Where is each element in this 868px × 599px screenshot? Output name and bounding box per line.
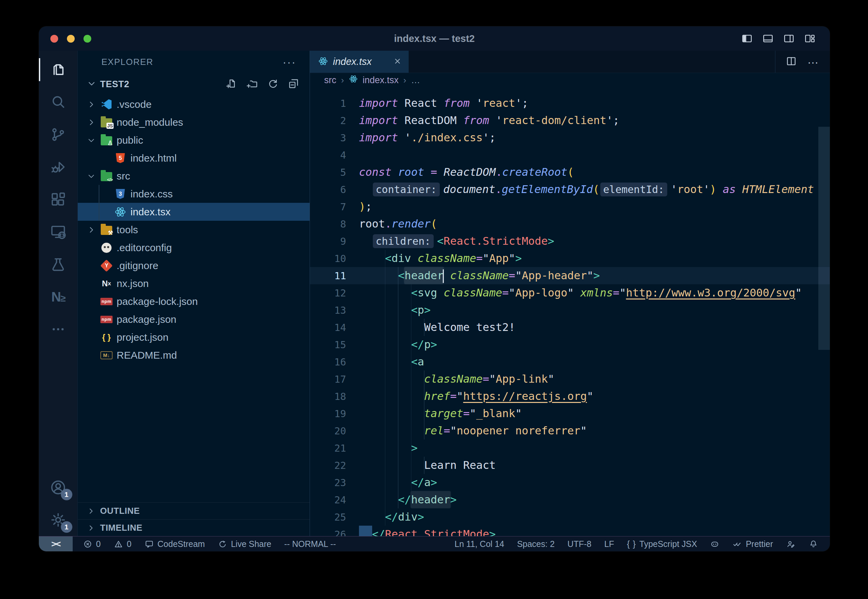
status-encoding[interactable]: UTF-8: [567, 539, 591, 549]
status-notifications[interactable]: [808, 539, 818, 549]
line-number[interactable]: 15: [310, 339, 359, 351]
line-number[interactable]: 11: [310, 270, 359, 281]
tree-item-readme-md[interactable]: M↓README.md: [78, 346, 310, 364]
tree-item--vscode[interactable]: .vscode: [78, 95, 310, 113]
activity-accounts-icon[interactable]: 1: [39, 471, 78, 504]
tree-item-package-lock-json[interactable]: npmpackage-lock.json: [78, 292, 310, 310]
code-line-22[interactable]: 22 Learn React: [310, 457, 830, 474]
tree-item-index-html[interactable]: 5index.html: [78, 149, 310, 167]
code-line-16[interactable]: 16 <a: [310, 353, 830, 370]
line-number[interactable]: 16: [310, 356, 359, 368]
workspace-section-header[interactable]: TEST2: [78, 73, 310, 95]
status-codestream[interactable]: CodeStream: [144, 539, 205, 549]
tree-item-src[interactable]: </>src: [78, 167, 310, 185]
code-line-10[interactable]: 10 <div className="App">: [310, 250, 830, 267]
layout-sidebar-left-icon[interactable]: [741, 33, 753, 44]
code-line-1[interactable]: 1import React from 'react';: [310, 95, 830, 112]
line-number[interactable]: 9: [310, 236, 359, 247]
close-window-button[interactable]: [50, 35, 58, 42]
tree-item--editorconfig[interactable]: .editorconfig: [78, 239, 310, 257]
code-line-26[interactable]: 26</React.StrictMode>: [310, 526, 830, 536]
status-cursor-position[interactable]: Ln 11, Col 14: [454, 539, 504, 549]
activity-run-debug-icon[interactable]: [39, 151, 78, 183]
line-number[interactable]: 21: [310, 442, 359, 454]
activity-nx-console-icon[interactable]: N≥: [39, 281, 78, 313]
code-line-21[interactable]: 21 >: [310, 439, 830, 457]
code-line-11[interactable]: 11 <header className="App-header">: [310, 267, 830, 284]
code-line-19[interactable]: 19 target="_blank": [310, 405, 830, 422]
line-number[interactable]: 2: [310, 115, 359, 126]
explorer-more-actions-icon[interactable]: ···: [283, 56, 296, 69]
activity-settings-icon[interactable]: 1: [39, 504, 78, 536]
more-actions-icon[interactable]: …: [807, 60, 820, 64]
code-line-24[interactable]: 24 </header>: [310, 491, 830, 509]
line-number[interactable]: 8: [310, 218, 359, 230]
activity-remote-explorer-icon[interactable]: [39, 216, 78, 248]
code-line-17[interactable]: 17 className="App-link": [310, 370, 830, 388]
code-line-13[interactable]: 13 <p>: [310, 301, 830, 319]
status-warnings[interactable]: 0: [114, 539, 131, 549]
tree-item-public[interactable]: ♙public: [78, 131, 310, 149]
split-editor-icon[interactable]: [785, 56, 797, 68]
line-number[interactable]: 19: [310, 408, 359, 420]
code-line-20[interactable]: 20 rel="noopener noreferrer": [310, 422, 830, 439]
line-number[interactable]: 18: [310, 391, 359, 402]
breadcrumb-item[interactable]: index.tsx: [363, 75, 399, 86]
breadcrumb-item[interactable]: …: [411, 75, 420, 86]
zoom-window-button[interactable]: [83, 35, 91, 42]
panel-outline[interactable]: OUTLINE: [78, 502, 310, 519]
code-line-12[interactable]: 12 <svg className="App-logo" xmlns="http…: [310, 284, 830, 301]
line-number[interactable]: 24: [310, 494, 359, 506]
activity-testing-icon[interactable]: [39, 248, 78, 281]
code-editor[interactable]: 1import React from 'react';2import React…: [310, 87, 830, 536]
tree-item-nx-json[interactable]: Nxnx.json: [78, 274, 310, 292]
code-line-6[interactable]: 6 container:document.getElementById(elem…: [310, 181, 830, 198]
activity-source-control-icon[interactable]: [39, 118, 78, 151]
status-feedback[interactable]: [786, 539, 796, 549]
layout-sidebar-right-icon[interactable]: [783, 33, 795, 44]
code-line-14[interactable]: 14 Welcome test2!: [310, 319, 830, 336]
line-number[interactable]: 25: [310, 512, 359, 523]
line-number[interactable]: 12: [310, 287, 359, 299]
tab-index-tsx[interactable]: index.tsx: [310, 51, 409, 73]
layout-panel-icon[interactable]: [762, 33, 774, 44]
status-copilot[interactable]: [710, 539, 720, 549]
code-line-3[interactable]: 3import './index.css';: [310, 129, 830, 146]
line-number[interactable]: 26: [310, 529, 359, 536]
new-folder-button[interactable]: [247, 78, 258, 91]
status-eol[interactable]: LF: [604, 539, 614, 549]
activity-more-icon[interactable]: [39, 313, 78, 345]
status-vim-mode[interactable]: -- NORMAL --: [284, 539, 336, 549]
tree-item-project-json[interactable]: { }project.json: [78, 328, 310, 346]
editor-scrollbar[interactable]: [818, 127, 830, 350]
code-line-9[interactable]: 9 children:<React.StrictMode>: [310, 233, 830, 250]
tree-item-node-modules[interactable]: JSnode_modules: [78, 113, 310, 131]
activity-explorer-icon[interactable]: [39, 53, 78, 86]
code-line-2[interactable]: 2import ReactDOM from 'react-dom/client'…: [310, 112, 830, 129]
layout-grid-icon[interactable]: [804, 33, 815, 44]
activity-extensions-icon[interactable]: [39, 183, 78, 216]
close-tab-icon[interactable]: [393, 57, 402, 67]
refresh-button[interactable]: [267, 78, 279, 91]
remote-indicator[interactable]: ><: [39, 536, 73, 551]
line-number[interactable]: 6: [310, 184, 359, 196]
status-prettier[interactable]: Prettier: [733, 539, 773, 549]
status-errors[interactable]: 0: [83, 539, 101, 549]
panel-timeline[interactable]: TIMELINE: [78, 519, 310, 536]
code-line-23[interactable]: 23 </a>: [310, 474, 830, 491]
code-line-7[interactable]: 7);: [310, 198, 830, 215]
status-live-share[interactable]: Live Share: [218, 539, 271, 549]
line-number[interactable]: 17: [310, 373, 359, 385]
code-line-18[interactable]: 18 href="https://reactjs.org": [310, 388, 830, 405]
new-file-button[interactable]: [226, 78, 238, 91]
line-number[interactable]: 13: [310, 305, 359, 316]
tree-item--gitignore[interactable]: Y.gitignore: [78, 257, 310, 274]
line-number[interactable]: 10: [310, 253, 359, 264]
line-number[interactable]: 5: [310, 167, 359, 178]
tree-item-package-json[interactable]: npmpackage.json: [78, 310, 310, 328]
line-number[interactable]: 20: [310, 425, 359, 437]
code-line-5[interactable]: 5const root = ReactDOM.createRoot(: [310, 164, 830, 181]
minimize-window-button[interactable]: [67, 35, 75, 42]
line-number[interactable]: 3: [310, 132, 359, 144]
line-number[interactable]: 7: [310, 201, 359, 213]
